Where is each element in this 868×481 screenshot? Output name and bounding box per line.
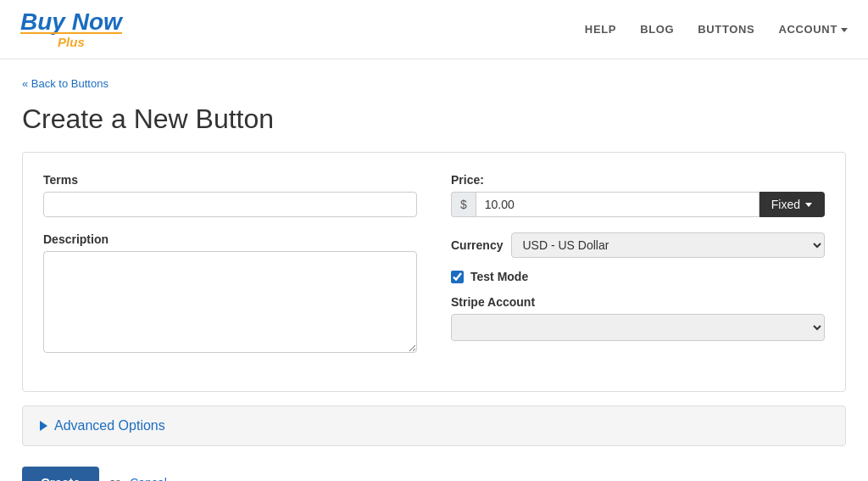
advanced-options-triangle-icon [40, 421, 47, 431]
price-label: Price: [451, 173, 825, 187]
test-mode-row: Test Mode [451, 270, 825, 283]
test-mode-label: Test Mode [470, 270, 528, 283]
price-group: Price: $ Fixed [451, 173, 825, 217]
price-prefix: $ [451, 192, 476, 217]
nav-help[interactable]: HELP [585, 23, 616, 36]
form-left-col: Terms Description [43, 173, 417, 371]
main-content: « Back to Buttons Create a New Button Te… [2, 59, 866, 481]
or-text: or [109, 476, 120, 482]
logo-now: Now [72, 8, 122, 35]
description-group: Description [43, 232, 417, 355]
logo-buy: Buy [20, 8, 72, 35]
terms-group: Terms [43, 173, 417, 217]
description-label: Description [43, 232, 417, 246]
currency-select[interactable]: USD - US Dollar [511, 232, 825, 258]
terms-input[interactable] [43, 192, 417, 217]
logo-text: Buy Now [20, 10, 122, 34]
back-to-buttons-link[interactable]: « Back to Buttons [22, 77, 108, 90]
advanced-options-label: Advanced Options [54, 418, 165, 433]
currency-row: Currency USD - US Dollar [451, 232, 825, 258]
header: Buy Now Plus HELP BLOG BUTTONS ACCOUNT [0, 0, 868, 59]
stripe-account-select[interactable] [451, 314, 825, 341]
page-title: Create a New Button [22, 103, 846, 135]
stripe-account-group: Stripe Account [451, 295, 825, 341]
form-actions: Create or Cancel [22, 467, 846, 481]
currency-label: Currency [451, 238, 503, 252]
account-caret-icon [841, 28, 848, 32]
form-row: Terms Description Price: $ F [43, 173, 825, 371]
fixed-caret-icon [805, 203, 812, 207]
form-right-col: Price: $ Fixed Currency USD - US Doll [451, 173, 825, 371]
fixed-dropdown-button[interactable]: Fixed [760, 192, 825, 217]
nav-account[interactable]: ACCOUNT [778, 23, 848, 36]
logo: Buy Now Plus [20, 10, 122, 48]
terms-label: Terms [43, 173, 417, 187]
fixed-label: Fixed [771, 198, 800, 211]
logo-plus: Plus [20, 32, 122, 48]
price-input-group: $ Fixed [451, 192, 825, 217]
create-button[interactable]: Create [22, 467, 99, 481]
advanced-options-section[interactable]: Advanced Options [22, 405, 846, 446]
nav-buttons[interactable]: BUTTONS [698, 23, 754, 36]
description-input[interactable] [43, 251, 417, 353]
price-input[interactable] [476, 192, 760, 217]
nav-blog[interactable]: BLOG [640, 23, 674, 36]
cancel-link[interactable]: Cancel [130, 476, 167, 482]
stripe-account-label: Stripe Account [451, 295, 825, 309]
create-button-form: Terms Description Price: $ F [22, 152, 846, 392]
main-nav: HELP BLOG BUTTONS ACCOUNT [585, 23, 848, 36]
test-mode-checkbox[interactable] [451, 271, 464, 283]
